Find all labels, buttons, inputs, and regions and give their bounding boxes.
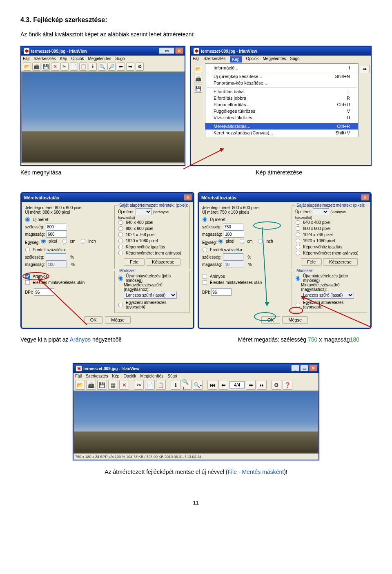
zoom-in-icon[interactable]: 🔍+ (182, 380, 192, 390)
menu-image[interactable]: Kép (112, 374, 120, 378)
slideshow-icon[interactable]: ▦ (108, 380, 118, 390)
preset-1024[interactable]: 1024 x 768 pixel (295, 232, 333, 237)
unit-inch[interactable]: inch (80, 239, 96, 244)
scan-icon[interactable]: 📠 (32, 63, 40, 71)
method-resample[interactable]: Újramintavételezés (jobb minőség) (295, 274, 359, 283)
unit-pixel[interactable]: pixel (218, 239, 234, 244)
scan-icon[interactable]: 📠 (194, 75, 202, 83)
menu-item-info[interactable]: Információ...I (205, 65, 358, 71)
preset-1024[interactable]: 1024 x 768 pixel (118, 232, 156, 237)
delete-icon[interactable]: ✕ (119, 380, 129, 390)
save-icon[interactable]: 💾 (42, 63, 50, 71)
double-button[interactable]: Kétszerese (146, 258, 180, 266)
dpi-input[interactable] (34, 288, 54, 296)
dpi-input[interactable] (211, 288, 232, 296)
menu-item-flip-h[interactable]: Vízszintes tükrözésH (205, 114, 358, 121)
filter-select[interactable]: Lanczos szűrő (lassú) (124, 292, 177, 299)
scan-icon[interactable]: 📠 (86, 380, 96, 390)
maximize-button[interactable]: ▭ (159, 47, 174, 54)
menu-item-rotate-left[interactable]: Elfordítás balraL (205, 88, 358, 95)
preset-1920[interactable]: 1920 x 1080 pixel (295, 238, 335, 243)
preset-select[interactable] (313, 208, 329, 215)
delete-icon[interactable]: ✕ (51, 63, 59, 71)
radio-new-size[interactable]: Új méret: (25, 217, 49, 222)
sharpen-checkbox[interactable]: Élesítés mintavételezés után (202, 280, 262, 285)
menu-view[interactable]: Megjelenítés (88, 56, 111, 61)
menu-options[interactable]: Opciók (246, 56, 258, 63)
paste-icon[interactable]: 📋 (156, 380, 166, 390)
unit-cm[interactable]: cm (239, 239, 252, 244)
save-icon[interactable]: 💾 (97, 380, 107, 390)
radio-new-size[interactable]: Új méret: (202, 217, 227, 222)
percent-h-input[interactable] (224, 261, 244, 268)
radio-percent[interactable]: Eredeti százaléka: (25, 247, 66, 252)
info-icon[interactable]: ℹ (171, 380, 180, 390)
preset-screen-fit[interactable]: Képernyőhöz igazítás (295, 244, 342, 250)
menu-item-rotate-right[interactable]: Elfordítás jobbraR (205, 95, 358, 101)
menu-item-resize[interactable]: Méretváltoztatás...Ctrl+R (205, 123, 358, 130)
menu-help[interactable]: Súgó (115, 56, 125, 61)
cancel-button[interactable]: Mégse (105, 316, 131, 324)
percent-h-input[interactable] (47, 261, 67, 268)
aspect-checkbox[interactable]: Arányos (202, 274, 225, 279)
next-icon[interactable]: ➡ (360, 65, 370, 73)
menu-image[interactable]: Kép (230, 56, 242, 63)
menu-view[interactable]: Megjelenítés (140, 374, 164, 378)
menu-item-canvas[interactable]: Keret hozzáadása (Canvas)...Shift+V (205, 130, 358, 136)
paste-icon[interactable]: 📋 (79, 63, 87, 71)
width-input[interactable] (223, 223, 243, 230)
method-simple[interactable]: Egyszerű átméretezés (gyorsabb) (295, 300, 359, 309)
menu-item-panorama[interactable]: Panoráma-kép készítése... (205, 80, 358, 86)
close-button[interactable]: ✕ (361, 194, 369, 201)
zoom-out-icon[interactable]: 🔍- (193, 380, 203, 390)
aspect-checkbox[interactable]: Arányos (25, 274, 48, 279)
cut-icon[interactable]: ✂ (60, 63, 69, 71)
percent-w-input[interactable] (46, 253, 66, 261)
menu-image[interactable]: Kép (60, 56, 67, 61)
close-button[interactable]: ✕ (184, 194, 192, 201)
prev-icon[interactable]: ⬅ (117, 63, 125, 71)
copy-icon[interactable]: 📄 (70, 63, 78, 71)
ok-button[interactable]: OK (84, 316, 103, 324)
last-icon[interactable]: ⏭ (257, 380, 267, 390)
zoom-in-icon[interactable]: 🔍 (98, 63, 106, 71)
next-icon[interactable]: ➡ (126, 63, 134, 71)
cancel-button[interactable]: Mégse (282, 316, 308, 324)
info-icon[interactable]: ℹ (89, 63, 97, 71)
percent-w-input[interactable] (223, 253, 243, 261)
preset-select[interactable] (136, 208, 152, 215)
preset-screen-size[interactable]: Képernyőméret (nem arányos) (295, 250, 359, 256)
filter-select[interactable]: Lanczos szűrő (lassú) (301, 292, 354, 299)
settings-icon[interactable]: ⚙ (136, 63, 144, 71)
preset-screen-fit[interactable]: Képernyőhöz igazítás (118, 244, 165, 250)
menu-help[interactable]: Súgó (167, 374, 177, 378)
menu-edit[interactable]: Szerkesztés (86, 374, 108, 378)
menu-item-new-image[interactable]: Új (üres)kép készítése...Shift+N (205, 73, 358, 80)
cut-icon[interactable]: ✂ (134, 380, 144, 390)
radio-percent[interactable]: Eredeti százaléka: (202, 247, 243, 252)
half-button[interactable]: Fele (124, 258, 145, 266)
first-icon[interactable]: ⏮ (207, 380, 217, 390)
unit-cm[interactable]: cm (62, 239, 75, 244)
prev-icon[interactable]: ⬅ (218, 380, 228, 390)
width-input[interactable] (46, 223, 66, 230)
preset-640[interactable]: 640 x 480 pixel (118, 220, 153, 225)
menu-item-fine-rotate[interactable]: Fínom elfordítás...Ctrl+U (205, 101, 358, 108)
menu-edit[interactable]: Szerkesztés (203, 56, 225, 63)
preset-640[interactable]: 640 x 480 pixel (295, 220, 330, 225)
menu-file[interactable]: Fájl (75, 374, 82, 378)
preset-800[interactable]: 800 x 600 pixel (295, 226, 330, 231)
open-icon[interactable]: 📂 (75, 380, 85, 390)
unit-pixel[interactable]: pixel (41, 239, 57, 244)
next-icon[interactable]: ➡ (246, 380, 256, 390)
unit-inch[interactable]: inch (258, 239, 273, 244)
save-icon[interactable]: 💾 (194, 85, 202, 93)
height-input[interactable] (224, 230, 244, 238)
menu-help[interactable]: Súgó (290, 56, 299, 63)
height-input[interactable] (47, 230, 67, 238)
minimize-button[interactable]: _ (291, 365, 299, 371)
open-icon[interactable]: 📂 (23, 63, 31, 71)
menu-edit[interactable]: Szerkesztés (33, 56, 56, 61)
zoom-out-icon[interactable]: 🔎 (107, 63, 116, 71)
double-button[interactable]: Kétszerese (323, 258, 358, 266)
